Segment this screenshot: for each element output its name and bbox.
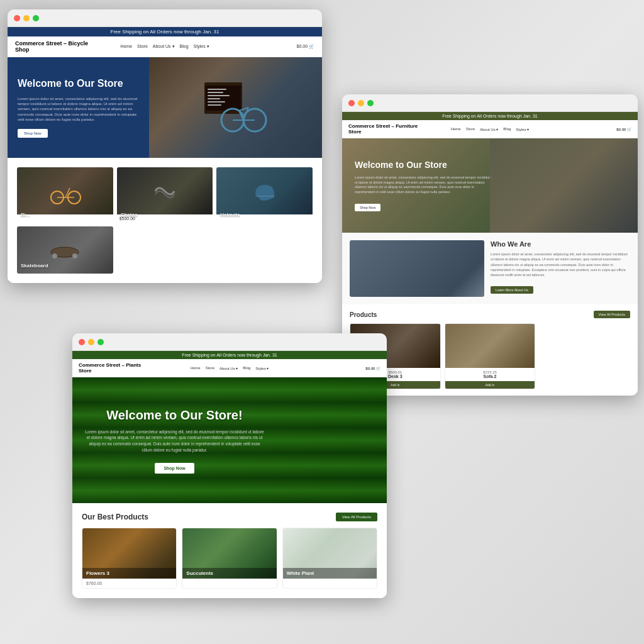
bicycle-browser-body: Free Shipping on All Orders now through … xyxy=(8,27,322,283)
furn-nav-logo: Commerce Street – Furniture Store xyxy=(348,123,419,135)
plants-product-flowers[interactable]: Flowers 3 $760.00 xyxy=(82,528,177,589)
plants-site: Free Shipping on All Orders now through … xyxy=(72,351,387,598)
plants-nav-right: $0.00 🛒 xyxy=(305,366,380,370)
plants-product-flowers-overlay: Flowers 3 xyxy=(82,568,176,579)
plants-hero: Welcome to Our Store! Lorem ipsum dolor … xyxy=(72,377,387,503)
bike-product-chains[interactable]: Chains $500.00 xyxy=(117,167,213,223)
furn-hero-background: Welcome to Our Store Lorem ipsum dolor s… xyxy=(342,138,638,233)
bike-product-helmets[interactable]: Helmets xyxy=(216,167,313,223)
plants-nav-store[interactable]: Store xyxy=(206,366,214,370)
furn-product-name-2: Sofa 2 xyxy=(448,374,532,379)
furn-minimize-dot[interactable] xyxy=(358,100,364,106)
furn-products-header: Products View All Products xyxy=(350,311,630,318)
furn-products-grid: $500.01 Desk 3 Add In $725.25 Sofa 2 A xyxy=(350,323,630,389)
plants-product-succulents-img: Succulents xyxy=(182,528,276,579)
bike-product-skateboard[interactable]: Skateboard xyxy=(17,226,113,274)
bicycle-site: Free Shipping on All Orders now through … xyxy=(8,27,322,283)
furn-maximize-dot[interactable] xyxy=(367,100,374,106)
bike-hero-left: Welcome to Our Store Lorem ipsum dolor s… xyxy=(8,57,149,158)
bike-product-bicycle-img xyxy=(17,167,113,214)
svg-point-23 xyxy=(72,253,77,258)
furn-learn-more-button[interactable]: Learn More About Us xyxy=(491,286,533,294)
plants-product-flowers-name: Flowers 3 xyxy=(86,570,172,576)
bike-shop-now-button[interactable]: Shop Now xyxy=(18,129,48,138)
plants-nav: Commerce Street – Plants Store Home Stor… xyxy=(72,359,387,377)
skateboard-icon xyxy=(46,235,84,266)
bike-products-section: Bi... Chains $50 xyxy=(8,158,322,283)
plants-nav-links: Home Store About Us ▾ Blog Styles ▾ xyxy=(154,366,305,370)
bike-nav-blog[interactable]: Blog xyxy=(180,44,189,49)
bike-product-bicycle[interactable]: Bi... xyxy=(17,167,113,223)
bike-nav: Commerce Street – Bicycle Shop Home Stor… xyxy=(8,36,322,57)
furn-product-info-2: $725.25 Sofa 2 xyxy=(445,368,535,381)
minimize-dot[interactable] xyxy=(23,15,30,21)
plants-close-dot[interactable] xyxy=(79,339,85,345)
plants-hero-text: Lorem ipsum dolor sit amet, consectetur … xyxy=(85,429,264,453)
furn-nav-links: Home Store About Us ▾ Blog Styles ▾ xyxy=(419,127,561,131)
plants-shop-window: Free Shipping on All Orders now through … xyxy=(72,333,387,598)
bike-nav-store[interactable]: Store xyxy=(137,44,148,49)
furn-close-dot[interactable] xyxy=(348,100,355,106)
furn-nav-store[interactable]: Store xyxy=(466,127,475,131)
furn-nav: Commerce Street – Furniture Store Home S… xyxy=(342,120,638,138)
furn-nav-home[interactable]: Home xyxy=(451,127,461,131)
close-dot[interactable] xyxy=(14,15,20,21)
plants-product-white-plant-img: White Plant xyxy=(283,528,377,579)
furn-shop-now-button[interactable]: Shop Now xyxy=(355,204,380,211)
furn-add-button-2[interactable]: Add In xyxy=(445,381,535,389)
bicycle-shop-window: Free Shipping on All Orders now through … xyxy=(8,9,322,283)
bike-nav-links: Home Store About Us ▾ Blog Styles ▾ xyxy=(90,44,240,49)
plants-products-header: Our Best Products View All Products xyxy=(82,513,377,521)
furn-nav-about[interactable]: About Us ▾ xyxy=(480,127,498,131)
plants-nav-home[interactable]: Home xyxy=(191,366,201,370)
furniture-browser-chrome xyxy=(342,94,638,112)
bike-nav-logo: Commerce Street – Bicycle Shop xyxy=(15,40,90,53)
bike-hero: Welcome to Our Store Lorem ipsum dolor s… xyxy=(8,57,322,158)
bicycle-icon xyxy=(46,175,84,207)
plants-nav-about[interactable]: About Us ▾ xyxy=(219,366,238,370)
plants-products-grid: Flowers 3 $760.00 Succulents xyxy=(82,528,377,589)
plants-nav-blog[interactable]: Blog xyxy=(243,366,250,370)
furn-product-img-2 xyxy=(445,324,535,368)
plants-product-succulents[interactable]: Succulents xyxy=(182,528,277,589)
bike-nav-styles[interactable]: Styles ▾ xyxy=(194,44,209,49)
bike-product-bicycle-price xyxy=(17,214,113,218)
bike-nav-right: $0.00 🛒 xyxy=(240,44,314,49)
bike-hero-right xyxy=(149,57,322,158)
plants-product-white-plant[interactable]: White Plant xyxy=(282,528,377,589)
furn-who-title: Who We Are xyxy=(491,240,630,248)
furn-hero-right-image xyxy=(490,138,638,233)
furn-nav-right: $0.00 🛒 xyxy=(561,127,632,131)
furn-view-all-button[interactable]: View All Products xyxy=(594,311,630,318)
svg-rect-5 xyxy=(208,98,220,99)
plants-product-white-plant-overlay: White Plant xyxy=(283,568,377,579)
plants-product-succulents-name: Succulents xyxy=(186,570,272,576)
furn-topbar: Free Shipping on All Orders now through … xyxy=(342,112,638,120)
svg-rect-3 xyxy=(208,92,223,93)
plants-product-succulents-info xyxy=(182,579,276,584)
plants-view-all-button[interactable]: View All Products xyxy=(336,513,377,521)
plants-shop-now-button[interactable]: Shop Now xyxy=(155,463,194,474)
plants-product-flowers-price: $760.00 xyxy=(86,581,172,586)
helmet-icon xyxy=(249,175,280,207)
chain-icon xyxy=(149,175,180,207)
plants-minimize-dot[interactable] xyxy=(88,339,94,345)
plants-maximize-dot[interactable] xyxy=(97,339,104,345)
furn-hero: Welcome to Our Store Lorem ipsum dolor s… xyxy=(342,138,638,233)
bike-hero-image xyxy=(149,57,322,158)
plants-topbar: Free Shipping on All Orders now through … xyxy=(72,351,387,359)
svg-rect-6 xyxy=(208,101,225,103)
maximize-dot[interactable] xyxy=(33,15,39,21)
plants-nav-styles[interactable]: Styles ▾ xyxy=(255,366,269,370)
screenshot-container: Free Shipping on All Orders now through … xyxy=(0,0,644,644)
furn-hero-title: Welcome to Our Store xyxy=(355,160,492,170)
furn-nav-styles[interactable]: Styles ▾ xyxy=(516,127,529,131)
bike-nav-home[interactable]: Home xyxy=(120,44,132,49)
bike-product-bicycle-label: Bi... xyxy=(21,212,30,218)
plants-products-title: Our Best Products xyxy=(82,513,148,521)
bike-nav-about[interactable]: About Us ▾ xyxy=(153,44,175,49)
furn-hero-text: Lorem ipsum dolor sit amet, consectetur … xyxy=(355,175,492,195)
furn-product-card-2[interactable]: $725.25 Sofa 2 Add In xyxy=(445,323,536,389)
furn-nav-blog[interactable]: Blog xyxy=(503,127,511,131)
bike-product-chains-img xyxy=(117,167,213,214)
